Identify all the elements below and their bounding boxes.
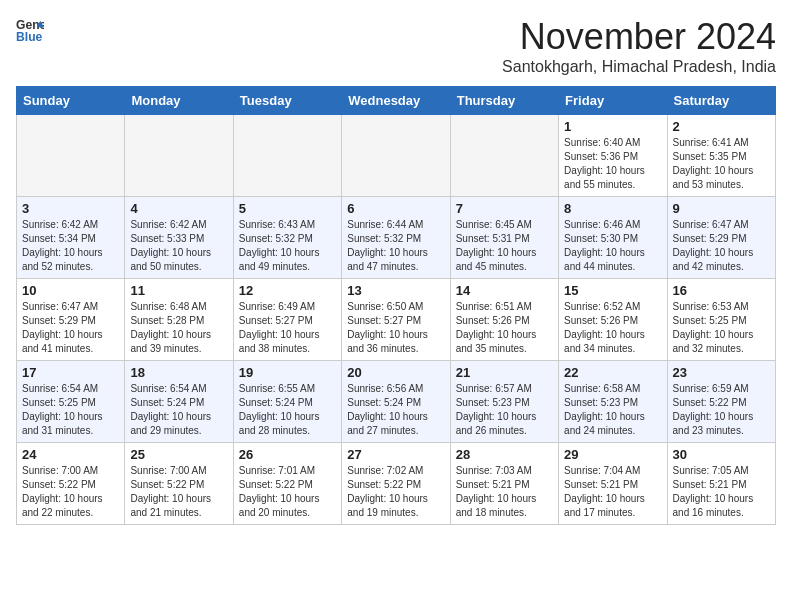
calendar-day-cell: 8Sunrise: 6:46 AMSunset: 5:30 PMDaylight… — [559, 197, 667, 279]
day-info: Sunrise: 6:53 AMSunset: 5:25 PMDaylight:… — [673, 300, 770, 356]
calendar-day-cell: 2Sunrise: 6:41 AMSunset: 5:35 PMDaylight… — [667, 115, 775, 197]
day-info: Sunrise: 7:05 AMSunset: 5:21 PMDaylight:… — [673, 464, 770, 520]
calendar-day-cell: 4Sunrise: 6:42 AMSunset: 5:33 PMDaylight… — [125, 197, 233, 279]
day-number: 14 — [456, 283, 553, 298]
calendar-table: SundayMondayTuesdayWednesdayThursdayFrid… — [16, 86, 776, 525]
day-number: 20 — [347, 365, 444, 380]
day-number: 17 — [22, 365, 119, 380]
day-number: 27 — [347, 447, 444, 462]
weekday-header-tuesday: Tuesday — [233, 87, 341, 115]
day-info: Sunrise: 6:47 AMSunset: 5:29 PMDaylight:… — [673, 218, 770, 274]
day-number: 8 — [564, 201, 661, 216]
calendar-day-cell: 6Sunrise: 6:44 AMSunset: 5:32 PMDaylight… — [342, 197, 450, 279]
day-number: 7 — [456, 201, 553, 216]
day-number: 5 — [239, 201, 336, 216]
day-info: Sunrise: 6:50 AMSunset: 5:27 PMDaylight:… — [347, 300, 444, 356]
day-number: 1 — [564, 119, 661, 134]
calendar-day-cell: 7Sunrise: 6:45 AMSunset: 5:31 PMDaylight… — [450, 197, 558, 279]
weekday-header-wednesday: Wednesday — [342, 87, 450, 115]
day-info: Sunrise: 6:51 AMSunset: 5:26 PMDaylight:… — [456, 300, 553, 356]
day-number: 4 — [130, 201, 227, 216]
calendar-day-cell: 14Sunrise: 6:51 AMSunset: 5:26 PMDayligh… — [450, 279, 558, 361]
calendar-day-cell: 27Sunrise: 7:02 AMSunset: 5:22 PMDayligh… — [342, 443, 450, 525]
page-title: November 2024 — [502, 16, 776, 58]
calendar-day-cell: 23Sunrise: 6:59 AMSunset: 5:22 PMDayligh… — [667, 361, 775, 443]
calendar-day-cell: 19Sunrise: 6:55 AMSunset: 5:24 PMDayligh… — [233, 361, 341, 443]
calendar-day-cell: 9Sunrise: 6:47 AMSunset: 5:29 PMDaylight… — [667, 197, 775, 279]
day-info: Sunrise: 6:54 AMSunset: 5:24 PMDaylight:… — [130, 382, 227, 438]
day-info: Sunrise: 6:49 AMSunset: 5:27 PMDaylight:… — [239, 300, 336, 356]
day-info: Sunrise: 7:04 AMSunset: 5:21 PMDaylight:… — [564, 464, 661, 520]
calendar-day-cell — [450, 115, 558, 197]
weekday-header-saturday: Saturday — [667, 87, 775, 115]
calendar-day-cell: 17Sunrise: 6:54 AMSunset: 5:25 PMDayligh… — [17, 361, 125, 443]
day-number: 25 — [130, 447, 227, 462]
day-info: Sunrise: 6:56 AMSunset: 5:24 PMDaylight:… — [347, 382, 444, 438]
day-number: 21 — [456, 365, 553, 380]
day-info: Sunrise: 6:55 AMSunset: 5:24 PMDaylight:… — [239, 382, 336, 438]
calendar-day-cell: 24Sunrise: 7:00 AMSunset: 5:22 PMDayligh… — [17, 443, 125, 525]
calendar-week-row: 10Sunrise: 6:47 AMSunset: 5:29 PMDayligh… — [17, 279, 776, 361]
day-number: 6 — [347, 201, 444, 216]
calendar-day-cell: 16Sunrise: 6:53 AMSunset: 5:25 PMDayligh… — [667, 279, 775, 361]
day-info: Sunrise: 6:59 AMSunset: 5:22 PMDaylight:… — [673, 382, 770, 438]
day-info: Sunrise: 6:58 AMSunset: 5:23 PMDaylight:… — [564, 382, 661, 438]
day-info: Sunrise: 6:45 AMSunset: 5:31 PMDaylight:… — [456, 218, 553, 274]
weekday-header-monday: Monday — [125, 87, 233, 115]
day-number: 16 — [673, 283, 770, 298]
day-number: 26 — [239, 447, 336, 462]
calendar-day-cell: 13Sunrise: 6:50 AMSunset: 5:27 PMDayligh… — [342, 279, 450, 361]
day-number: 18 — [130, 365, 227, 380]
day-info: Sunrise: 6:52 AMSunset: 5:26 PMDaylight:… — [564, 300, 661, 356]
calendar-day-cell: 25Sunrise: 7:00 AMSunset: 5:22 PMDayligh… — [125, 443, 233, 525]
calendar-day-cell: 18Sunrise: 6:54 AMSunset: 5:24 PMDayligh… — [125, 361, 233, 443]
calendar-day-cell: 15Sunrise: 6:52 AMSunset: 5:26 PMDayligh… — [559, 279, 667, 361]
weekday-header-sunday: Sunday — [17, 87, 125, 115]
calendar-day-cell: 5Sunrise: 6:43 AMSunset: 5:32 PMDaylight… — [233, 197, 341, 279]
title-section: November 2024 Santokhgarh, Himachal Prad… — [502, 16, 776, 76]
header: General Blue November 2024 Santokhgarh, … — [16, 16, 776, 76]
day-number: 15 — [564, 283, 661, 298]
calendar-day-cell: 21Sunrise: 6:57 AMSunset: 5:23 PMDayligh… — [450, 361, 558, 443]
day-info: Sunrise: 7:00 AMSunset: 5:22 PMDaylight:… — [22, 464, 119, 520]
weekday-header-row: SundayMondayTuesdayWednesdayThursdayFrid… — [17, 87, 776, 115]
day-info: Sunrise: 6:46 AMSunset: 5:30 PMDaylight:… — [564, 218, 661, 274]
logo-icon: General Blue — [16, 16, 44, 44]
calendar-day-cell — [125, 115, 233, 197]
day-info: Sunrise: 7:00 AMSunset: 5:22 PMDaylight:… — [130, 464, 227, 520]
day-number: 24 — [22, 447, 119, 462]
day-number: 13 — [347, 283, 444, 298]
day-number: 12 — [239, 283, 336, 298]
calendar-day-cell — [342, 115, 450, 197]
day-info: Sunrise: 6:48 AMSunset: 5:28 PMDaylight:… — [130, 300, 227, 356]
calendar-week-row: 17Sunrise: 6:54 AMSunset: 5:25 PMDayligh… — [17, 361, 776, 443]
day-info: Sunrise: 6:42 AMSunset: 5:34 PMDaylight:… — [22, 218, 119, 274]
day-number: 22 — [564, 365, 661, 380]
day-number: 3 — [22, 201, 119, 216]
day-number: 19 — [239, 365, 336, 380]
calendar-week-row: 3Sunrise: 6:42 AMSunset: 5:34 PMDaylight… — [17, 197, 776, 279]
calendar-week-row: 24Sunrise: 7:00 AMSunset: 5:22 PMDayligh… — [17, 443, 776, 525]
day-info: Sunrise: 6:43 AMSunset: 5:32 PMDaylight:… — [239, 218, 336, 274]
day-info: Sunrise: 7:03 AMSunset: 5:21 PMDaylight:… — [456, 464, 553, 520]
day-info: Sunrise: 7:01 AMSunset: 5:22 PMDaylight:… — [239, 464, 336, 520]
day-info: Sunrise: 6:40 AMSunset: 5:36 PMDaylight:… — [564, 136, 661, 192]
calendar-day-cell: 22Sunrise: 6:58 AMSunset: 5:23 PMDayligh… — [559, 361, 667, 443]
day-number: 30 — [673, 447, 770, 462]
calendar-day-cell: 29Sunrise: 7:04 AMSunset: 5:21 PMDayligh… — [559, 443, 667, 525]
calendar-day-cell: 10Sunrise: 6:47 AMSunset: 5:29 PMDayligh… — [17, 279, 125, 361]
day-number: 11 — [130, 283, 227, 298]
day-info: Sunrise: 6:47 AMSunset: 5:29 PMDaylight:… — [22, 300, 119, 356]
day-info: Sunrise: 6:44 AMSunset: 5:32 PMDaylight:… — [347, 218, 444, 274]
calendar-day-cell: 20Sunrise: 6:56 AMSunset: 5:24 PMDayligh… — [342, 361, 450, 443]
day-info: Sunrise: 6:41 AMSunset: 5:35 PMDaylight:… — [673, 136, 770, 192]
day-info: Sunrise: 6:42 AMSunset: 5:33 PMDaylight:… — [130, 218, 227, 274]
calendar-day-cell: 30Sunrise: 7:05 AMSunset: 5:21 PMDayligh… — [667, 443, 775, 525]
calendar-day-cell: 11Sunrise: 6:48 AMSunset: 5:28 PMDayligh… — [125, 279, 233, 361]
day-number: 28 — [456, 447, 553, 462]
weekday-header-friday: Friday — [559, 87, 667, 115]
day-info: Sunrise: 7:02 AMSunset: 5:22 PMDaylight:… — [347, 464, 444, 520]
calendar-week-row: 1Sunrise: 6:40 AMSunset: 5:36 PMDaylight… — [17, 115, 776, 197]
calendar-day-cell: 26Sunrise: 7:01 AMSunset: 5:22 PMDayligh… — [233, 443, 341, 525]
day-number: 9 — [673, 201, 770, 216]
